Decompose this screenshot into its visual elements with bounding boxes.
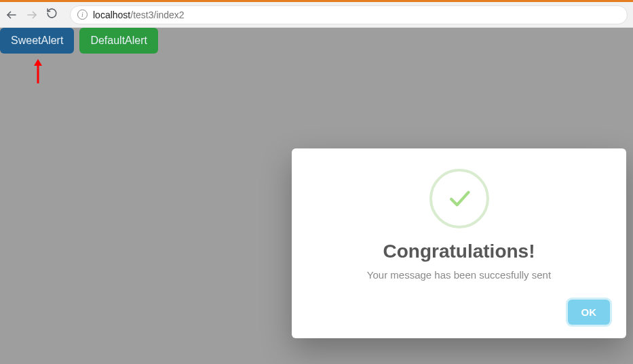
success-modal: Congratulations! Your message has been s… [292, 148, 626, 338]
url-host: localhost [93, 9, 130, 20]
address-bar[interactable]: i localhost/test3/index2 [70, 5, 628, 24]
checkmark-icon [444, 184, 474, 214]
modal-actions: OK [308, 300, 610, 325]
url-path: /test3/index2 [130, 9, 184, 20]
url-text: localhost/test3/index2 [93, 9, 185, 20]
ok-button[interactable]: OK [568, 300, 611, 325]
annotation-arrow-icon [33, 59, 43, 83]
svg-marker-3 [34, 59, 42, 66]
site-info-icon[interactable]: i [77, 9, 88, 20]
modal-message: Your message has been succesfully sent [308, 269, 610, 281]
button-row: SweetAlert DefaultAlert [0, 28, 158, 54]
browser-toolbar: i localhost/test3/index2 [0, 2, 633, 28]
reload-button[interactable] [46, 7, 58, 22]
sweetalert-button[interactable]: SweetAlert [0, 28, 74, 54]
back-button[interactable] [5, 9, 18, 21]
success-icon [429, 169, 489, 228]
forward-button[interactable] [26, 9, 38, 21]
defaultalert-button[interactable]: DefaultAlert [79, 28, 158, 54]
modal-title: Congratulations! [308, 241, 610, 262]
page-content: SweetAlert DefaultAlert Congratulations!… [0, 28, 633, 364]
